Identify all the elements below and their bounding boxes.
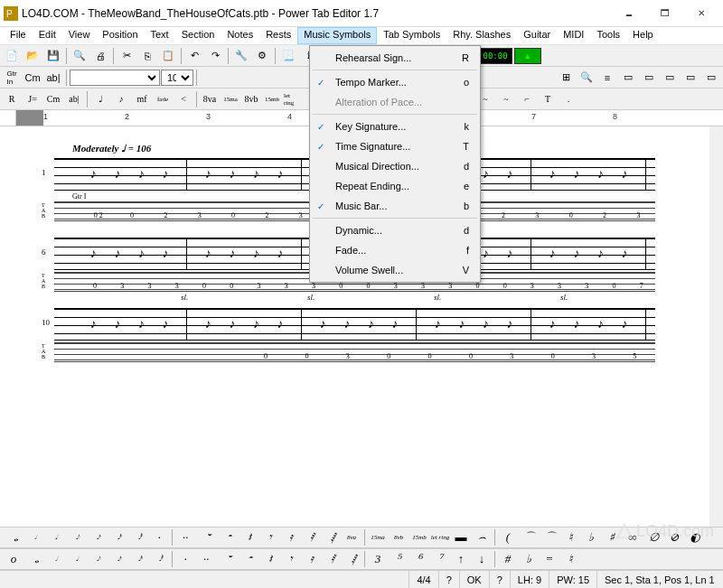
- palette1-btn-11[interactable]: 𝄽: [238, 528, 258, 546]
- note[interactable]: ♪: [573, 247, 579, 261]
- dropdown-item-repeat-ending-[interactable]: Repeat Ending...e: [312, 176, 478, 196]
- tab-fret[interactable]: 0: [245, 343, 286, 361]
- symbol-btn-10[interactable]: 15ma: [221, 90, 240, 108]
- palette1-btn-20[interactable]: let ring: [430, 528, 450, 546]
- palette1-btn-22[interactable]: ⌢: [472, 528, 492, 546]
- alt3-icon[interactable]: ▭: [660, 69, 680, 87]
- palette1-btn-4[interactable]: 𝅘𝅥𝅯: [87, 528, 107, 546]
- palette1-btn-29[interactable]: ∞: [623, 528, 643, 546]
- palette1-btn-28[interactable]: ♯: [602, 528, 622, 546]
- copy-icon[interactable]: ⎘: [137, 47, 157, 65]
- symbol-btn-7[interactable]: fade: [153, 90, 173, 108]
- tool-icon[interactable]: 🔧: [231, 47, 251, 65]
- note[interactable]: ♪: [622, 167, 628, 182]
- note[interactable]: ♪: [90, 247, 97, 261]
- maximize-button[interactable]: 🗖: [647, 1, 683, 26]
- print-icon[interactable]: 🖨: [90, 47, 110, 65]
- tab-fret[interactable]: 7: [628, 273, 655, 291]
- tab-fret[interactable]: 2: [587, 202, 621, 220]
- symbol-btn-13[interactable]: let ring: [283, 90, 303, 108]
- note[interactable]: ♪: [205, 167, 211, 182]
- note[interactable]: ♪: [573, 317, 579, 331]
- menu-view[interactable]: View: [62, 27, 97, 44]
- note[interactable]: ♪: [320, 317, 326, 331]
- symbol-btn-9[interactable]: 8va: [200, 90, 220, 108]
- palette1-btn-15[interactable]: 𝅁: [321, 528, 341, 546]
- note[interactable]: ♪: [392, 317, 399, 331]
- new-icon[interactable]: 📄: [2, 47, 22, 65]
- symbol-btn-6[interactable]: mf: [132, 90, 152, 108]
- palette2-btn-15[interactable]: 𝅀: [321, 550, 341, 568]
- tab-fret[interactable]: 3: [573, 273, 600, 291]
- tab-fret[interactable]: 0: [554, 202, 587, 220]
- palette1-btn-7[interactable]: ·: [149, 528, 169, 546]
- tab-staff[interactable]: TAB0030003035: [54, 342, 655, 362]
- tab-fret[interactable]: 0: [450, 343, 491, 361]
- palette1-btn-23[interactable]: (: [498, 528, 518, 546]
- palette1-btn-10[interactable]: 𝄼: [217, 528, 237, 546]
- palette2-btn-2[interactable]: 𝅗𝅥: [45, 550, 65, 568]
- symbol-btn-4[interactable]: ♩: [90, 90, 110, 108]
- note[interactable]: ♪: [253, 317, 259, 331]
- note[interactable]: ♪: [483, 167, 489, 182]
- tab-fret[interactable]: 2: [149, 202, 183, 220]
- palette1-btn-5[interactable]: 𝅘𝅥𝅰: [108, 528, 127, 546]
- symbol-btn-11[interactable]: 8vb: [241, 90, 261, 108]
- tab-fret[interactable]: [122, 343, 163, 361]
- menu-notes[interactable]: Notes: [221, 27, 259, 44]
- palette1-btn-13[interactable]: 𝄿: [279, 528, 299, 546]
- note[interactable]: ♪: [277, 317, 284, 331]
- redo-icon[interactable]: ↷: [205, 47, 225, 65]
- tab-fret[interactable]: 2: [250, 202, 284, 220]
- dropdown-item-tempo-marker-[interactable]: ✓Tempo Marker...o: [312, 72, 478, 92]
- palette1-btn-1[interactable]: 𝅗𝅥: [24, 528, 44, 546]
- tab-fret[interactable]: [204, 343, 245, 361]
- menu-file[interactable]: File: [4, 27, 33, 44]
- palette2-btn-4[interactable]: 𝅘𝅥𝅮: [87, 550, 107, 568]
- page-icon[interactable]: 📃: [278, 47, 298, 65]
- dropdown-item-time-signature-[interactable]: ✓Time Signature...T: [312, 136, 478, 156]
- palette2-btn-16[interactable]: 𝅁: [342, 550, 362, 568]
- print-preview-icon[interactable]: 🔍: [70, 47, 89, 65]
- note[interactable]: ♪: [205, 247, 211, 261]
- font-combo[interactable]: [70, 70, 160, 86]
- symbol-btn-2[interactable]: Cm: [43, 90, 63, 108]
- palette2-btn-21[interactable]: ↑: [451, 550, 471, 568]
- tab-fret[interactable]: 0 2: [81, 202, 115, 220]
- menu-rests[interactable]: Rests: [259, 27, 297, 44]
- note[interactable]: ♪: [597, 317, 604, 331]
- note[interactable]: ♪: [549, 247, 556, 261]
- note[interactable]: ♪: [549, 167, 556, 182]
- palette1-btn-2[interactable]: 𝅘𝅥: [45, 528, 65, 546]
- palette1-btn-14[interactable]: 𝅀: [300, 528, 320, 546]
- menu-midi[interactable]: MIDI: [557, 27, 590, 44]
- note[interactable]: ♪: [507, 317, 513, 331]
- staff[interactable]: 10♪♪♪♪♪♪♪♪♪♪♪♪♪♪♪♪♪♪♪♪: [54, 308, 655, 341]
- palette2-btn-3[interactable]: 𝅘𝅥: [66, 550, 86, 568]
- palette2-btn-10[interactable]: 𝄻: [217, 550, 237, 568]
- section-icon[interactable]: ⊞: [556, 69, 576, 87]
- palette1-btn-31[interactable]: ⊘: [664, 528, 684, 546]
- symbol-btn-5[interactable]: ♪: [111, 90, 131, 108]
- tab-fret[interactable]: 0: [216, 202, 249, 220]
- alt2-icon[interactable]: ▭: [639, 69, 659, 87]
- tab-fret[interactable]: 0: [369, 343, 409, 361]
- note[interactable]: ♪: [507, 167, 513, 182]
- symbol-btn-3[interactable]: ab|: [64, 90, 84, 108]
- note[interactable]: ♪: [90, 167, 97, 182]
- menu-position[interactable]: Position: [96, 27, 144, 44]
- palette1-btn-32[interactable]: ◐: [685, 528, 705, 546]
- tab-fret[interactable]: 0: [409, 343, 450, 361]
- undo-icon[interactable]: ↶: [184, 47, 204, 65]
- dropdown-item-dynamic-[interactable]: Dynamic...d: [312, 220, 478, 240]
- symbol-btn-26[interactable]: .: [559, 90, 578, 108]
- palette1-btn-16[interactable]: 8va: [342, 528, 362, 546]
- zoom-icon[interactable]: 🔍: [577, 69, 596, 87]
- menu-tab-symbols[interactable]: Tab Symbols: [377, 27, 446, 44]
- note[interactable]: ♪: [507, 247, 513, 261]
- note[interactable]: ♪: [597, 167, 604, 182]
- palette2-btn-14[interactable]: 𝄿: [300, 550, 320, 568]
- note[interactable]: ♪: [138, 317, 145, 331]
- palette2-btn-19[interactable]: ⁶: [409, 550, 429, 568]
- alt1-icon[interactable]: ▭: [618, 69, 638, 87]
